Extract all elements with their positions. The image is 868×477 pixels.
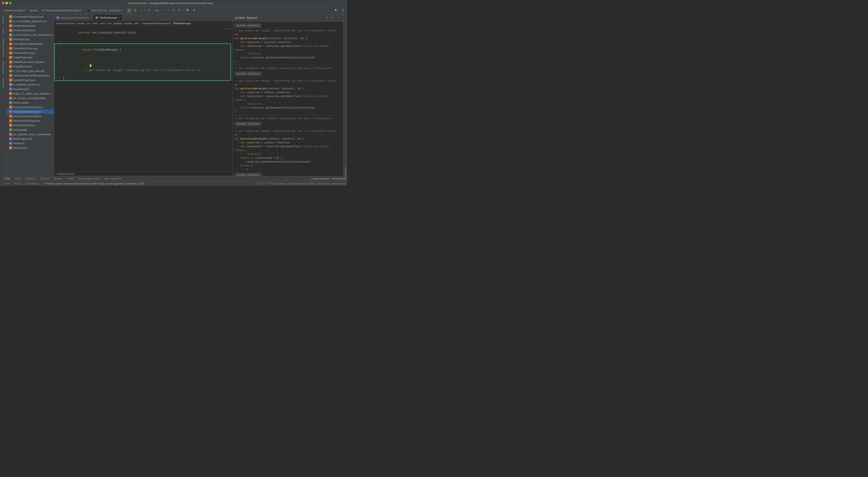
accept-solution-4[interactable]: Accept solution: [235, 173, 262, 176]
run-button[interactable]: ▶: [127, 8, 131, 13]
accept-solution-3[interactable]: Accept solution: [235, 122, 262, 126]
bc-main[interactable]: main: [92, 22, 98, 25]
file-item-rc-extension-board[interactable]: X rc_extension_board.xml ×: [7, 82, 54, 87]
file-item-window[interactable]: J Window.java ×: [7, 146, 54, 150]
editor-tab-navbarmanager[interactable]: K NavigationBarManager.kt ×: [54, 15, 93, 21]
tab-app-inspection[interactable]: App Inspection: [103, 176, 122, 181]
file-close[interactable]: ×: [52, 111, 53, 113]
rs-icon-5[interactable]: ⬡: [344, 33, 347, 37]
file-item-csconversation[interactable]: J CSConversationUIRenderer.java ×: [7, 73, 54, 78]
device-selector-btn[interactable]: 📱 Pixel C API 31 - Android12 ▾: [86, 8, 124, 13]
copilot-close-btn[interactable]: ×: [336, 16, 341, 20]
tab-git[interactable]: ⎇ Git: [2, 176, 11, 181]
file-item-version-gradle[interactable]: G version.gradle ×: [7, 100, 54, 105]
settings-button[interactable]: ⚙: [192, 8, 197, 13]
accept-solution-2[interactable]: Accept solution: [235, 72, 262, 76]
file-item-baseactivity[interactable]: K BaseActivity.kt ×: [7, 87, 54, 91]
file-item-defaultextension[interactable]: J DefaultExtensionConfig.java ×: [7, 60, 54, 64]
bc-baselib[interactable]: baselib: [77, 22, 85, 25]
status-todo[interactable]: TODO: [13, 181, 22, 186]
tab-resource-manager[interactable]: Resource Manager: [2, 37, 5, 59]
bc-glowquickstart[interactable]: GloweQuickStart: [56, 22, 75, 25]
file-item-evaluateplugin[interactable]: J EvaluatePlugin.java ×: [7, 78, 54, 82]
copilot-content[interactable]: Accept solution // get status Bar height…: [232, 22, 343, 176]
user-button[interactable]: 👤: [340, 8, 346, 13]
tab-bookmarks[interactable]: Bookmarks: [2, 76, 5, 90]
run-config-selector[interactable]: ▶ GloweQuickStart:MKit [publish] ▾: [41, 8, 83, 13]
rs-icon-2[interactable]: ⊞: [344, 20, 347, 24]
bc-src[interactable]: src: [87, 22, 90, 25]
file-item-pictureselector[interactable]: J PictureSelector.java ×: [7, 51, 54, 55]
file-item-rongextension[interactable]: J RongExtension.java ×: [7, 24, 54, 28]
status-problems[interactable]: ⚠ Problems: [24, 181, 39, 186]
editor-tab-titlebarmanager[interactable]: K TitleBarManager ×: [93, 15, 123, 21]
search-button[interactable]: 🔍: [185, 8, 191, 13]
file-item-basefragment[interactable]: K BaseFragment.kt ×: [7, 137, 54, 141]
minimize-button[interactable]: [5, 2, 8, 4]
notifications-label[interactable]: Notifications: [332, 177, 345, 180]
bc-com[interactable]: com: [107, 22, 112, 25]
file-item-pic-change[interactable]: W pic_change_consultant.webp ×: [7, 96, 54, 100]
bc-java[interactable]: java: [100, 22, 105, 25]
file-item-pluginboard[interactable]: J PluginBoard.java ×: [7, 64, 54, 69]
redo-button[interactable]: ⟳: [177, 8, 182, 13]
file-item-navigationbarmanager[interactable]: K NavigationBarManager.kt ×: [7, 110, 54, 114]
copilot-refresh-btn[interactable]: ⟳: [324, 16, 329, 20]
file-item-imageplugin[interactable]: J ImagePlugin.java ×: [7, 55, 54, 60]
rs-icon-1[interactable]: ≡: [344, 16, 347, 19]
close-button[interactable]: [2, 2, 4, 4]
codestream-tab[interactable]: CodeStream: [344, 171, 347, 175]
bc-navbarmanager-file[interactable]: KNavigationBarManager.kt: [141, 22, 170, 25]
tab-problems[interactable]: Problems: [24, 176, 37, 181]
status-git[interactable]: ⎇ Git: [2, 181, 10, 186]
encoding[interactable]: UTF-8: [267, 182, 274, 185]
rs-icon-3[interactable]: ✎: [344, 24, 347, 28]
tab-build-variants[interactable]: Build Variants: [2, 59, 5, 76]
codestream-status[interactable]: CodeStream: lixiaowe (20): [316, 182, 345, 185]
file-item-permissionchecker[interactable]: J PermissionChecker.java ×: [7, 118, 54, 123]
file-item-pictureselectionmodel[interactable]: J PictureSelectionModel.java ×: [7, 41, 54, 46]
rs-icon-4[interactable]: ◈: [344, 29, 347, 33]
git-branch-status[interactable]: Git: feature/xxxxxx (200): [287, 182, 314, 185]
stop-button[interactable]: ■: [139, 8, 144, 13]
bc-utils[interactable]: utils: [134, 22, 138, 25]
tab-profiler[interactable]: Profiler: [65, 176, 75, 181]
sync-button[interactable]: ⟳: [147, 8, 152, 13]
indent[interactable]: 4 spaces: [276, 182, 285, 185]
file-item-rc-conversation[interactable]: X rc_conversation_fragment.xml ×: [7, 19, 54, 24]
maximize-button[interactable]: [9, 2, 11, 4]
file-item-shape[interactable]: J shape_12_radius_gray_background_pre ×: [7, 91, 54, 96]
undo-button[interactable]: ⟲: [171, 8, 176, 13]
file-item-pictureselectoractivity[interactable]: J PictureSelectorActivity.java ×: [7, 105, 54, 110]
notification-area[interactable]: Layout Inspector | Notifications: [311, 177, 345, 180]
tab-commit[interactable]: Commit: [2, 26, 5, 36]
layout-inspector-label[interactable]: Layout Inspector: [311, 177, 329, 180]
file-item-picturemimetype[interactable]: J PictureMimeType.java ×: [7, 46, 54, 51]
zoom-button[interactable]: 🔍: [333, 8, 339, 13]
project-selector[interactable]: ● GloweQuickStart ▾: [1, 8, 27, 13]
bc-jinqikeji[interactable]: jinqikeji: [114, 22, 122, 25]
file-item-rc-plugin-grid[interactable]: X rc_ext_plugin_grid_view.xml ×: [7, 69, 54, 73]
tab-close[interactable]: ×: [119, 17, 120, 19]
file-item-fileplugin[interactable]: J FilePlugin.java ×: [7, 37, 54, 41]
copilot-settings-btn[interactable]: ⚙: [331, 16, 335, 20]
tab-todo[interactable]: TODO: [13, 176, 23, 181]
file-item-pic-calendar[interactable]: W pic_calendar_visitor_unpaid.webp ×: [7, 132, 54, 137]
file-item-rc-ext-emoticon[interactable]: X rc_ext_emoticon_tab_container.xml ×: [7, 33, 54, 37]
file-item-emoticonboard[interactable]: J EmoticonBoard.java ×: [7, 28, 54, 33]
tab-close[interactable]: ×: [90, 17, 91, 19]
tab-project[interactable]: Project: [2, 16, 5, 25]
file-item-activitycompat[interactable]: J ActivityCompat.java ×: [7, 123, 54, 127]
file-item-config-gradle[interactable]: G config.gradle ×: [7, 127, 54, 132]
tab-glowcut[interactable]: Glowcut: [52, 176, 64, 181]
file-item-viewext[interactable]: K ViewExt.kt ×: [7, 141, 54, 146]
file-item-conversationfragment[interactable]: J ConversationFragment.java ×: [7, 14, 54, 19]
accept-solution-1[interactable]: Accept solution: [235, 24, 262, 28]
tab-terminal[interactable]: Terminal: [38, 176, 51, 181]
bc-titlebarmanager[interactable]: TitleBarManager: [173, 22, 191, 25]
file-item-permissioncheckutil[interactable]: J PermissionCheckUtil.java ×: [7, 114, 54, 118]
debug-button[interactable]: 🐛: [132, 8, 138, 13]
bc-baselib2[interactable]: baselib: [124, 22, 132, 25]
line-ending[interactable]: LF: [262, 182, 265, 185]
editor-content[interactable]: 1 package com.jinqikeji.baselib.utils ⚠ …: [54, 26, 232, 171]
